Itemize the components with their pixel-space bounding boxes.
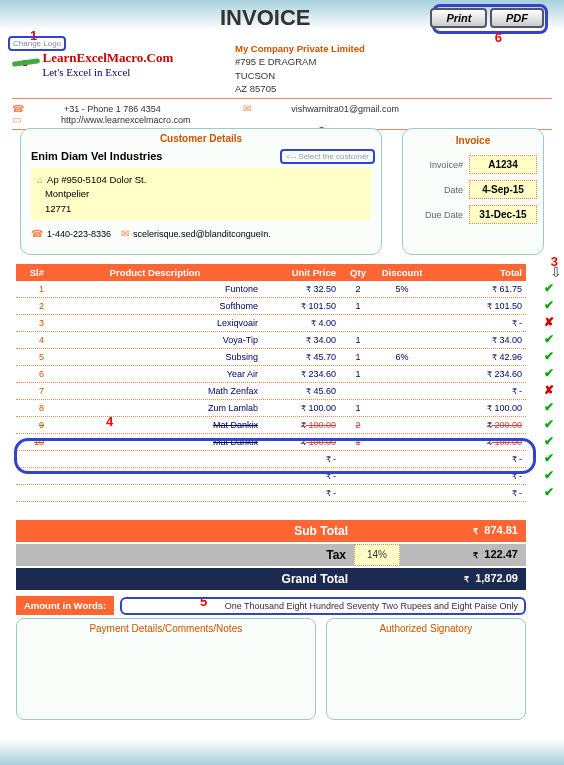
mail-icon: ✉ [243,103,251,114]
table-row: 8Zum Lamlab₹ 100.001₹ 100.00 [16,400,526,417]
home-icon: ⌂ [37,174,43,185]
customer-details-box: Customer Details <-- Select the customer… [20,128,382,255]
select-customer-button[interactable]: <-- Select the customer [280,149,375,164]
table-row: 4Voya-Tip₹ 34.001₹ 34.00 [16,332,526,349]
invoice-due: 31-Dec-15 [469,205,537,224]
table-row: ₹ -₹ - [16,451,526,468]
page-title: INVOICE [220,5,310,31]
table-row: 10Mat Dankix₹ 100.001₹ 100.00 [16,434,526,451]
mail-icon: ✉ [121,228,129,239]
pdf-button[interactable]: PDF [490,8,544,28]
table-row: 1Funtone₹ 32.5025%₹ 61.75 [16,281,526,298]
status-checks: ✔✔✘✔✔✔✘✔✔✔✔✔✔ [544,280,560,501]
payment-notes-box: Payment Details/Comments/Notes [16,618,316,720]
annotation-6: 6 [495,30,502,45]
signatory-box: Authorized Signatory [326,618,526,720]
star-icon [12,50,38,76]
table-row: 6Year Air₹ 234.601₹ 234.60 [16,366,526,383]
logo: LearnExcelMacro.Com Let's Excel in Excel [12,50,212,78]
print-button[interactable]: Print [430,8,487,28]
invoice-date: 4-Sep-15 [469,180,537,199]
arrow-down-icon: ⇩ [550,264,562,280]
amount-words-value: One Thousand Eight Hundred Seventy Two R… [120,597,526,615]
phone-icon: ☎ [12,103,24,114]
customer-address: ⌂Ap #950-5104 Dolor St. Montpelier 12771 [31,168,371,220]
table-row: ₹ -₹ - [16,468,526,485]
table-row: 2Softhome₹ 101.501₹ 101.50 [16,298,526,315]
web-icon: ▭ [12,114,21,125]
table-row: 7Math Zenfax₹ 45.60₹ - [16,383,526,400]
invoice-number: A1234 [469,155,537,174]
amount-words-label: Amount in Words: [16,596,114,615]
table-row: 5Subsing₹ 45.7016%₹ 42.96 [16,349,526,366]
phone-icon: ☎ [31,228,43,239]
table-row: 9Mat Dankix₹ 100.002₹ 200.00 [16,417,526,434]
table-row: 3Lexiqvoair₹ 4.00₹ - [16,315,526,332]
change-logo-button[interactable]: Change Logo [8,36,66,51]
company-address: My Company Private Limited #795 E DRAGRA… [235,42,365,95]
contact-bar: ☎+31 - Phone 1 786 4354 ✉vishwamitra01@g… [12,98,552,130]
line-items-table: Sl# Product Description Unit Price Qty D… [16,264,526,502]
invoice-meta-box: Invoice Invoice#A1234 Date4-Sep-15 Due D… [402,128,544,255]
table-row: ₹ -₹ - [16,485,526,502]
